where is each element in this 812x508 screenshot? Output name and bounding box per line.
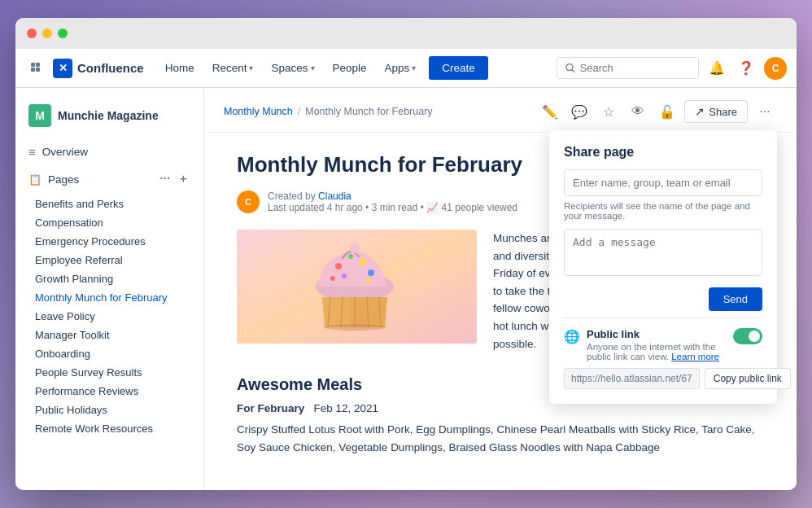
- pages-icon: 📋: [28, 173, 41, 186]
- sidebar-item-overview[interactable]: ≡ Overview: [15, 140, 203, 164]
- sidebar-page-item[interactable]: Emergency Procedures: [15, 232, 203, 251]
- content-actions: ✏️ 💬 ☆ 👁 🔓 ↗ Share ···: [538, 99, 777, 124]
- nav-links: Home Recent ▾ Spaces ▾ People Apps ▾ Cre…: [157, 56, 547, 80]
- restrict-icon[interactable]: 🔓: [655, 99, 679, 124]
- nav-spaces[interactable]: Spaces ▾: [263, 57, 322, 79]
- traffic-lights: [27, 28, 68, 38]
- sidebar-page-item[interactable]: Remote Work Resources: [15, 419, 203, 438]
- copy-link-button[interactable]: Copy public link: [705, 368, 791, 389]
- search-input[interactable]: [580, 62, 690, 74]
- svg-point-21: [324, 324, 386, 331]
- maximize-button[interactable]: [58, 28, 68, 38]
- sidebar: M Munchie Magazine ≡ Overview 📋 Pages ··…: [15, 88, 204, 490]
- watch-icon[interactable]: 👁: [626, 99, 650, 124]
- grid-icon[interactable]: [25, 57, 48, 80]
- svg-rect-0: [31, 63, 35, 67]
- link-copy-row: https://hello.atlassian.net/67 Copy publ…: [564, 368, 762, 389]
- share-panel-title: Share page: [564, 145, 762, 160]
- star-icon[interactable]: ☆: [596, 99, 621, 124]
- sidebar-page-item[interactable]: People Survey Results: [15, 363, 203, 382]
- svg-rect-2: [31, 68, 35, 72]
- breadcrumb-page: Monthly Munch for February: [305, 106, 432, 117]
- sidebar-page-item[interactable]: Manager Toolkit: [15, 326, 203, 344]
- updated-text: Last updated 4 hr ago: [268, 202, 363, 213]
- more-icon[interactable]: ···: [753, 99, 777, 124]
- nav-people[interactable]: People: [325, 57, 375, 79]
- sidebar-page-item[interactable]: Leave Policy: [15, 307, 203, 326]
- svg-point-14: [366, 278, 371, 283]
- for-date: Feb 12, 2021: [314, 402, 379, 414]
- svg-point-9: [335, 263, 342, 269]
- created-by-label: Created by: [268, 190, 318, 202]
- sidebar-page-item[interactable]: Employee Referral: [15, 251, 203, 269]
- sidebar-label-overview: Overview: [42, 146, 88, 158]
- sidebar-page-item[interactable]: Onboarding: [15, 344, 203, 363]
- article-image: [237, 230, 477, 344]
- list-icon: ≡: [28, 145, 36, 159]
- comment-icon[interactable]: 💬: [567, 99, 592, 124]
- svg-point-8: [350, 243, 360, 253]
- logo-text: Confluence: [77, 61, 144, 75]
- svg-point-11: [348, 254, 353, 259]
- share-message-input[interactable]: [564, 229, 762, 276]
- svg-point-13: [330, 276, 335, 281]
- nav-home[interactable]: Home: [157, 57, 203, 79]
- avatar[interactable]: C: [764, 57, 787, 80]
- learn-more-link[interactable]: Learn more: [671, 352, 719, 361]
- search-box[interactable]: [557, 57, 699, 79]
- svg-point-15: [342, 274, 347, 278]
- public-link-row: 🌐 Public link Anyone on the internet wit…: [564, 328, 762, 361]
- confluence-logo[interactable]: ✕ Confluence: [53, 59, 144, 78]
- sidebar-pages-list: Benefits and PerksCompensationEmergency …: [15, 195, 203, 438]
- minimize-button[interactable]: [42, 28, 52, 38]
- sidebar-pages-section: 📋 Pages ··· ＋: [15, 164, 203, 195]
- cupcake-illustration: [237, 230, 477, 344]
- close-button[interactable]: [27, 28, 37, 38]
- titlebar: [15, 18, 797, 49]
- sidebar-page-item[interactable]: Compensation: [15, 213, 203, 232]
- logo-icon: ✕: [53, 59, 72, 78]
- svg-line-5: [572, 70, 574, 72]
- public-link-toggle[interactable]: [733, 328, 762, 344]
- svg-point-4: [566, 64, 573, 71]
- share-button-label: Share: [709, 106, 737, 118]
- share-button[interactable]: ↗ Share: [684, 100, 748, 123]
- help-icon[interactable]: ❓: [735, 57, 757, 80]
- chevron-down-icon: ▾: [249, 64, 253, 72]
- create-button[interactable]: Create: [429, 56, 488, 80]
- share-icon: ↗: [695, 105, 705, 118]
- nav-recent[interactable]: Recent ▾: [204, 57, 262, 79]
- sidebar-page-item[interactable]: Benefits and Perks: [15, 195, 203, 213]
- for-month: For February Feb 12, 2021: [237, 402, 764, 414]
- sidebar-page-item[interactable]: Performance Reviews: [15, 382, 203, 401]
- content-header: Monthly Munch / Monthly Munch for Februa…: [204, 88, 797, 133]
- author-info: Created by Claudia Last updated 4 hr ago…: [268, 190, 517, 213]
- share-hint: Recipients will see the name of the page…: [564, 201, 762, 221]
- chevron-down-icon: ▾: [311, 64, 315, 72]
- pages-more-icon[interactable]: ···: [158, 170, 172, 188]
- breadcrumb-separator: /: [298, 106, 300, 117]
- views-count: 41 people viewed: [442, 202, 517, 213]
- read-time: 3 min read: [372, 202, 418, 213]
- public-link-info: 🌐 Public link Anyone on the internet wit…: [564, 328, 733, 361]
- notification-icon[interactable]: 🔔: [705, 57, 728, 80]
- edit-icon[interactable]: ✏️: [538, 99, 562, 124]
- nav-apps[interactable]: Apps ▾: [377, 57, 425, 79]
- share-panel: Share page Recipients will see the name …: [549, 130, 777, 404]
- send-button[interactable]: Send: [709, 287, 762, 311]
- pages-section-header[interactable]: 📋 Pages: [28, 173, 79, 186]
- sidebar-space[interactable]: M Munchie Magazine: [15, 98, 203, 134]
- content-area: Monthly Munch / Monthly Munch for Februa…: [204, 88, 797, 490]
- chevron-down-icon: ▾: [412, 64, 416, 72]
- food-items: Crispy Stuffed Lotus Root with Pork, Egg…: [237, 421, 764, 456]
- public-link-label: Public link: [587, 328, 733, 340]
- public-link-desc: Anyone on the internet with the public l…: [587, 342, 733, 361]
- sidebar-page-item[interactable]: Monthly Munch for February: [15, 288, 203, 307]
- breadcrumb-space[interactable]: Monthly Munch: [224, 106, 293, 117]
- space-name: Munchie Magazine: [58, 109, 159, 122]
- share-recipient-input[interactable]: [564, 169, 762, 196]
- sidebar-page-item[interactable]: Public Holidays: [15, 401, 203, 419]
- link-url: https://hello.atlassian.net/67: [564, 368, 700, 389]
- pages-add-icon[interactable]: ＋: [176, 170, 190, 188]
- sidebar-page-item[interactable]: Growth Planning: [15, 269, 203, 288]
